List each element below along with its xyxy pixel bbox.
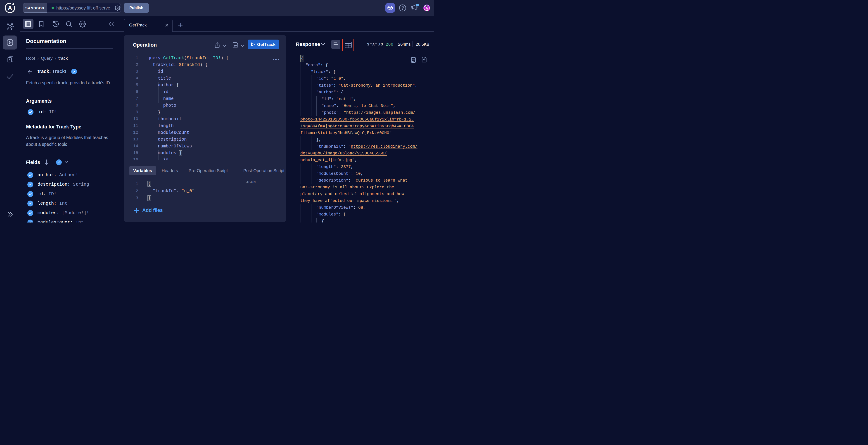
svg-text:A: A	[8, 4, 12, 11]
